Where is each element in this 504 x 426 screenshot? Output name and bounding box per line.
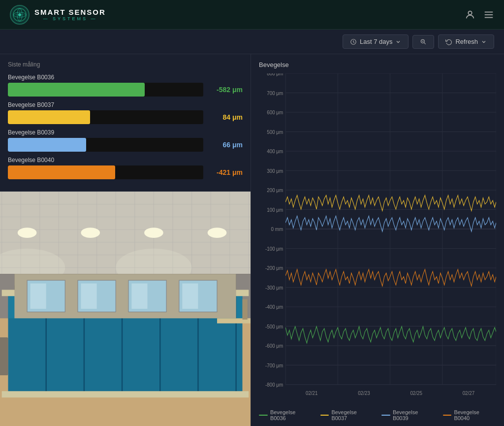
- bar-fill-b0040: [8, 165, 115, 179]
- pool-image-svg: [0, 192, 251, 426]
- bar-fill-b0037: [8, 110, 90, 124]
- bar-container-b0039: [8, 138, 203, 152]
- legend-label-b0040: Bevegelse B0040: [454, 409, 496, 421]
- svg-line-12: [424, 42, 426, 44]
- svg-rect-62: [31, 284, 46, 309]
- chart-svg: 800 μm 700 μm 600 μm 500 μm 400 μm 300 μ…: [259, 73, 496, 405]
- svg-point-40: [144, 228, 163, 238]
- measurement-value-b0037: 84 μm: [208, 113, 243, 121]
- measurement-row-b0037: Bevegelse B0037 84 μm: [8, 101, 243, 124]
- svg-point-6: [468, 11, 472, 14]
- legend-label-b0037: Bevegelse B0037: [331, 409, 374, 421]
- user-button[interactable]: [465, 9, 475, 20]
- pool-image-area: [0, 192, 251, 426]
- measurement-row-b0040: Bevegelse B0040 -421 μm: [8, 157, 243, 179]
- legend-b0039: Bevegelse B0039: [381, 409, 435, 421]
- svg-text:-200 μm: -200 μm: [265, 265, 283, 271]
- svg-text:-500 μm: -500 μm: [265, 324, 283, 329]
- clock-icon: [350, 38, 357, 45]
- measurement-value-b0036: -582 μm: [208, 86, 243, 94]
- legend-color-b0040: [443, 415, 452, 416]
- svg-text:-300 μm: -300 μm: [265, 285, 283, 290]
- svg-text:-100 μm: -100 μm: [265, 246, 283, 251]
- svg-rect-63: [81, 284, 96, 309]
- time-range-button[interactable]: Last 7 days: [343, 34, 409, 49]
- svg-text:0 mm: 0 mm: [271, 227, 284, 232]
- app-title: SMART SENSOR: [34, 8, 106, 16]
- svg-text:-700 μm: -700 μm: [265, 362, 283, 368]
- bar-container-b0036: [8, 83, 203, 97]
- svg-rect-66: [0, 337, 8, 375]
- top-nav: SMART SENSOR — SYSTEMS —: [0, 0, 504, 30]
- svg-rect-68: [243, 299, 248, 320]
- main-content: Siste måling Bevegelse B0036 -582 μm Bev…: [0, 54, 504, 426]
- chart-legend: Bevegelse B0036 Bevegelse B0037 Bevegels…: [259, 405, 496, 421]
- logo-icon: [10, 5, 30, 25]
- logo-text: SMART SENSOR — SYSTEMS —: [34, 8, 106, 21]
- svg-text:-400 μm: -400 μm: [265, 304, 283, 310]
- refresh-label: Refresh: [455, 38, 478, 45]
- bar-container-b0040: [8, 165, 203, 179]
- measurement-value-b0040: -421 μm: [208, 168, 243, 176]
- logo-area: SMART SENSOR — SYSTEMS —: [10, 5, 106, 25]
- bar-fill-b0036: [8, 83, 145, 97]
- legend-b0036: Bevegelse B0036: [259, 409, 313, 421]
- measurement-value-b0039: 66 μm: [208, 141, 243, 149]
- svg-rect-64: [131, 284, 147, 309]
- svg-rect-65: [182, 284, 198, 309]
- svg-point-39: [81, 228, 100, 238]
- section-title: Siste måling: [8, 61, 243, 68]
- measurement-label-b0040: Bevegelse B0040: [8, 157, 243, 164]
- svg-text:100 μm: 100 μm: [267, 207, 283, 212]
- legend-color-b0036: [259, 415, 268, 416]
- bar-fill-b0039: [8, 138, 86, 152]
- chart-area: 800 μm 700 μm 600 μm 500 μm 400 μm 300 μ…: [259, 73, 496, 405]
- chevron-down-icon: [481, 39, 487, 45]
- svg-text:02/21: 02/21: [306, 391, 318, 396]
- app-subtitle: — SYSTEMS —: [34, 16, 106, 21]
- zoom-out-icon: [420, 38, 427, 45]
- svg-text:02/23: 02/23: [358, 391, 370, 396]
- svg-text:400 μm: 400 μm: [267, 149, 283, 154]
- legend-color-b0039: [381, 415, 390, 416]
- refresh-button[interactable]: Refresh: [438, 34, 494, 49]
- bar-container-b0037: [8, 110, 203, 124]
- legend-label-b0039: Bevegelse B0039: [393, 409, 435, 421]
- svg-text:02/25: 02/25: [410, 391, 422, 396]
- chart-title: Bevegelse: [259, 61, 496, 68]
- toolbar: Last 7 days Refresh: [0, 30, 504, 54]
- svg-text:600 μm: 600 μm: [267, 110, 283, 115]
- legend-b0040: Bevegelse B0040: [443, 409, 497, 421]
- measurement-label-b0039: Bevegelse B0039: [8, 129, 243, 136]
- svg-point-41: [208, 228, 227, 238]
- svg-point-38: [18, 228, 37, 238]
- svg-text:-600 μm: -600 μm: [265, 343, 283, 349]
- svg-text:300 μm: 300 μm: [267, 168, 283, 173]
- legend-label-b0036: Bevegelse B0036: [270, 409, 313, 421]
- chart-panel: Bevegelse: [251, 54, 504, 426]
- left-panel: Siste måling Bevegelse B0036 -582 μm Bev…: [0, 54, 251, 426]
- measurement-label-b0036: Bevegelse B0036: [8, 74, 243, 81]
- legend-b0037: Bevegelse B0037: [320, 409, 374, 421]
- svg-text:700 μm: 700 μm: [267, 90, 283, 96]
- refresh-icon: [445, 38, 452, 45]
- measurements-panel: Siste måling Bevegelse B0036 -582 μm Bev…: [0, 54, 251, 192]
- measurement-row-b0039: Bevegelse B0039 66 μm: [8, 129, 243, 152]
- svg-rect-56: [2, 391, 249, 397]
- chevron-down-icon: [395, 39, 401, 45]
- svg-text:800 μm: 800 μm: [267, 73, 283, 76]
- zoom-out-button[interactable]: [412, 35, 434, 49]
- menu-button[interactable]: [483, 9, 494, 20]
- measurement-row-b0036: Bevegelse B0036 -582 μm: [8, 74, 243, 97]
- svg-text:02/27: 02/27: [463, 391, 475, 396]
- svg-text:500 μm: 500 μm: [267, 129, 283, 134]
- time-range-label: Last 7 days: [360, 38, 393, 45]
- svg-text:200 μm: 200 μm: [267, 188, 283, 193]
- svg-text:-800 μm: -800 μm: [265, 382, 283, 388]
- measurement-label-b0037: Bevegelse B0037: [8, 101, 243, 108]
- nav-icons: [465, 9, 494, 20]
- legend-color-b0037: [320, 415, 329, 416]
